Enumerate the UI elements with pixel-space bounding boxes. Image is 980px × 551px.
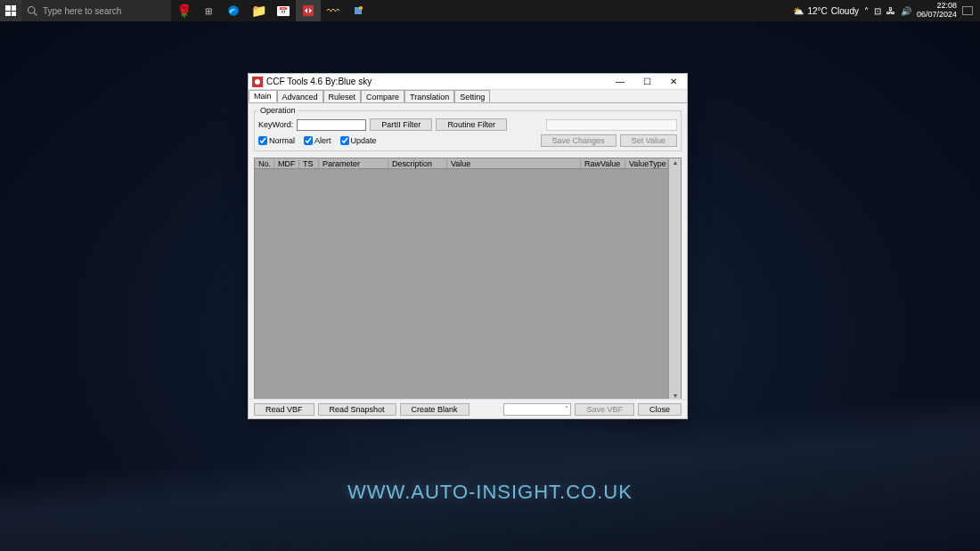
taskbar-app-explorer[interactable]: 📁 [246, 0, 271, 21]
taskbar: Type here to search 🌹 ⊞ 📁 📅 〰 ⛅ 12°C Clo… [0, 0, 980, 21]
tray-cloud-icon[interactable]: ⊡ [874, 6, 881, 16]
taskbar-app-edge[interactable] [221, 0, 246, 21]
col-ts[interactable]: TS [299, 159, 319, 168]
taskbar-pinned-apps: 🌹 ⊞ 📁 📅 〰 [171, 0, 371, 21]
tab-translation[interactable]: Translation [404, 90, 454, 102]
routine-filter-button[interactable]: Routine Filter [436, 118, 507, 131]
checkbox-normal[interactable]: Normal [258, 136, 295, 145]
checkbox-update[interactable]: Update [340, 136, 377, 145]
tray-network-icon[interactable]: 🖧 [886, 6, 895, 16]
grid-scrollbar[interactable] [668, 158, 681, 400]
col-parameter[interactable]: Parameter [319, 159, 388, 168]
titlebar[interactable]: CCF Tools 4.6 By:Blue sky — ☐ ✕ [249, 74, 687, 90]
ccf-tools-window: CCF Tools 4.6 By:Blue sky — ☐ ✕ Main Adv… [248, 73, 688, 419]
taskbar-app-roses[interactable]: 🌹 [171, 0, 196, 21]
weather-cond: Cloudy [831, 6, 859, 16]
col-description[interactable]: Description [388, 159, 447, 168]
partii-filter-button[interactable]: PartII Filter [370, 118, 432, 131]
close-window-button[interactable]: Close [638, 403, 682, 416]
app-icon [252, 77, 263, 87]
weather-temp: 12°C [807, 6, 827, 16]
col-valuetype[interactable]: ValueType [625, 159, 668, 168]
tray-chevron-icon[interactable]: ˄ [864, 6, 869, 16]
keyword-label: KeyWord: [258, 120, 293, 129]
operation-panel: Operation KeyWord: PartII Filter Routine… [249, 102, 687, 154]
checkbox-alert[interactable]: Alert [304, 136, 331, 145]
tab-advanced[interactable]: Advanced [277, 90, 323, 102]
tab-setting[interactable]: Setting [454, 90, 490, 102]
set-value-button[interactable]: Set Value [620, 134, 677, 147]
svg-point-7 [255, 79, 260, 85]
taskbar-clock[interactable]: 22:08 06/07/2024 [917, 2, 957, 20]
maximize-button[interactable]: ☐ [633, 74, 660, 89]
svg-line-1 [34, 12, 37, 15]
keyword-input[interactable] [297, 119, 366, 131]
data-grid[interactable]: No. MDF TS Parameter Description Value R… [254, 158, 682, 401]
taskbar-app-calendar[interactable]: 📅 [271, 0, 296, 21]
status-field [546, 119, 677, 131]
minimize-button[interactable]: — [607, 74, 633, 89]
col-rawvalue[interactable]: RawValue [581, 159, 625, 168]
start-button[interactable] [0, 0, 21, 21]
operation-group: Operation KeyWord: PartII Filter Routine… [254, 106, 682, 151]
save-vbf-button[interactable]: Save VBF [575, 403, 634, 416]
format-combo[interactable]: ˅ [503, 403, 571, 416]
read-snapshot-button[interactable]: Read Snapshot [318, 403, 396, 416]
chevron-down-icon: ˅ [565, 405, 568, 413]
grid-header-row: No. MDF TS Parameter Description Value R… [255, 158, 668, 169]
svg-point-5 [359, 6, 363, 10]
operation-legend: Operation [258, 106, 298, 115]
search-icon [27, 5, 37, 16]
weather-widget[interactable]: ⛅ 12°C Cloudy [793, 6, 858, 16]
clock-date: 06/07/2024 [917, 11, 957, 20]
taskbar-app-tool1[interactable]: 〰 [321, 0, 346, 21]
search-placeholder: Type here to search [43, 6, 121, 16]
create-blank-button[interactable]: Create Blank [400, 403, 470, 416]
col-mdf[interactable]: MDF [274, 159, 299, 168]
col-value[interactable]: Value [447, 159, 581, 168]
svg-rect-3 [303, 5, 314, 16]
system-tray: ⛅ 12°C Cloudy ˄ ⊡ 🖧 🔊 22:08 06/07/2024 [793, 0, 980, 21]
tray-volume-icon[interactable]: 🔊 [901, 6, 911, 16]
taskbar-app-tool2[interactable] [346, 0, 371, 21]
read-vbf-button[interactable]: Read VBF [254, 403, 314, 416]
window-title: CCF Tools 4.6 By:Blue sky [266, 77, 372, 86]
windows-icon [5, 5, 16, 16]
tab-ruleset[interactable]: Ruleset [323, 90, 362, 102]
taskbar-app-taskview[interactable]: ⊞ [196, 0, 221, 21]
svg-point-0 [29, 7, 36, 14]
tab-compare[interactable]: Compare [361, 90, 404, 102]
menu-tabs: Main Advanced Ruleset Compare Translatio… [249, 90, 687, 102]
taskbar-search[interactable]: Type here to search [21, 0, 171, 21]
save-changes-button[interactable]: Save Changes [541, 134, 617, 147]
tray-notifications-icon[interactable] [962, 6, 973, 15]
bottom-toolbar: Read VBF Read Snapshot Create Blank ˅ Sa… [249, 399, 687, 418]
col-no[interactable]: No. [255, 159, 274, 168]
tab-main[interactable]: Main [249, 90, 277, 102]
taskbar-app-ccf[interactable] [296, 0, 321, 21]
close-button[interactable]: ✕ [660, 74, 687, 89]
weather-icon: ⛅ [793, 6, 804, 16]
desktop-watermark: WWW.AUTO-INSIGHT.CO.UK [347, 481, 633, 504]
